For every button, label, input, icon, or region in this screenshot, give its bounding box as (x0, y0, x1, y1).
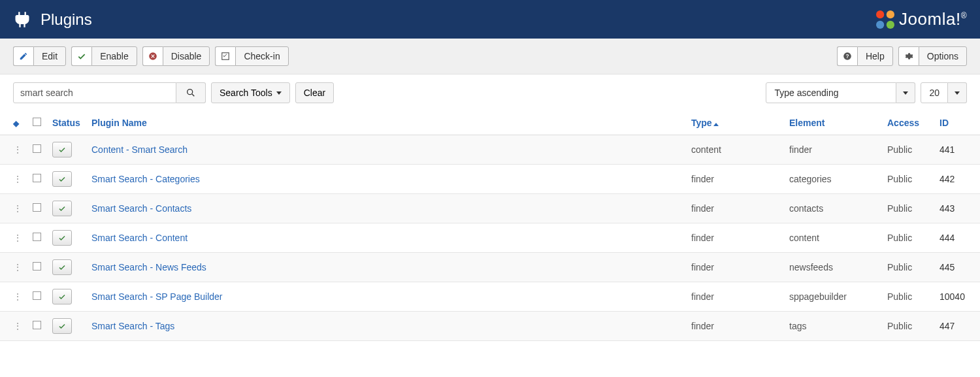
table-row: ⋮ Smart Search - Categories finder categ… (0, 165, 980, 194)
table-row: ⋮ Content - Smart Search content finder … (0, 135, 980, 165)
plugin-access: Public (882, 194, 934, 223)
brand-logo: Joomla!® (872, 6, 967, 33)
plugin-type: finder (686, 282, 784, 312)
plugin-name-link[interactable]: Smart Search - Contacts (91, 203, 191, 214)
status-toggle-button[interactable] (52, 230, 72, 246)
plugin-element: content (784, 223, 882, 253)
plugin-element: newsfeeds (784, 253, 882, 282)
disable-button[interactable]: Disable (142, 46, 210, 66)
clear-button[interactable]: Clear (295, 82, 334, 103)
plugin-name-link[interactable]: Smart Search - Tags (91, 321, 174, 331)
plugin-element: categories (784, 165, 882, 194)
row-checkbox[interactable] (33, 203, 41, 212)
plugin-name-link[interactable]: Smart Search - SP Page Builder (91, 291, 223, 302)
row-checkbox[interactable] (33, 262, 41, 270)
column-status[interactable]: Status (47, 111, 86, 135)
svg-point-0 (876, 10, 884, 18)
table-row: ⋮ Smart Search - News Feeds finder newsf… (0, 253, 980, 282)
plugin-name-link[interactable]: Smart Search - Categories (91, 174, 200, 184)
status-toggle-button[interactable] (52, 318, 72, 334)
checkin-button[interactable]: Check-in (215, 46, 288, 66)
filter-bar: Search Tools Clear Type ascending 20 (0, 74, 980, 111)
table-row: ⋮ Smart Search - Tags finder tags Public… (0, 312, 980, 341)
plugin-id: 445 (934, 253, 980, 282)
checkbox-icon (215, 46, 235, 66)
row-checkbox[interactable] (33, 291, 41, 300)
plugin-type: finder (686, 253, 784, 282)
check-icon (58, 263, 66, 271)
plugin-name-link[interactable]: Smart Search - Content (91, 233, 188, 243)
row-checkbox[interactable] (33, 321, 41, 329)
column-type[interactable]: Type (686, 111, 784, 135)
cancel-icon (142, 46, 163, 66)
drag-handle-icon[interactable]: ⋮ (13, 203, 22, 214)
options-button[interactable]: Options (898, 46, 967, 66)
gear-icon (898, 46, 919, 66)
search-tools-button[interactable]: Search Tools (211, 82, 290, 103)
status-toggle-button[interactable] (52, 289, 72, 304)
status-toggle-button[interactable] (52, 259, 72, 275)
table-row: ⋮ Smart Search - Content finder content … (0, 223, 980, 253)
help-button[interactable]: ? Help (837, 46, 893, 66)
drag-handle-icon[interactable]: ⋮ (13, 291, 22, 302)
check-icon (58, 146, 66, 154)
sort-icon: ◆ (13, 119, 19, 128)
column-order[interactable]: ◆ (0, 111, 27, 135)
plug-icon (13, 10, 31, 29)
status-toggle-button[interactable] (52, 201, 72, 216)
svg-point-3 (887, 20, 894, 28)
plugin-id: 447 (934, 312, 980, 341)
checkbox-all[interactable] (33, 118, 41, 126)
caret-down-icon (896, 82, 915, 103)
svg-point-8 (188, 90, 193, 95)
plugin-type: finder (686, 223, 784, 253)
caret-down-icon (276, 91, 282, 95)
drag-handle-icon[interactable]: ⋮ (13, 262, 22, 272)
page-header: Plugins Joomla!® (0, 0, 980, 39)
check-icon (58, 322, 66, 330)
check-icon (58, 234, 66, 242)
plugin-id: 444 (934, 223, 980, 253)
plugin-element: sppagebuilder (784, 282, 882, 312)
plugin-access: Public (882, 223, 934, 253)
plugin-element: contacts (784, 194, 882, 223)
drag-handle-icon[interactable]: ⋮ (13, 174, 22, 184)
check-icon (71, 46, 91, 66)
row-checkbox[interactable] (33, 233, 41, 241)
svg-point-1 (887, 10, 894, 18)
search-button[interactable] (176, 82, 206, 103)
limit-select[interactable]: 20 (921, 82, 967, 103)
plugin-access: Public (882, 312, 934, 341)
status-toggle-button[interactable] (52, 171, 72, 187)
drag-handle-icon[interactable]: ⋮ (13, 321, 22, 331)
plugins-table: ◆ Status Plugin Name Type Element Access… (0, 111, 980, 341)
column-checkall[interactable] (27, 111, 47, 135)
sort-select[interactable]: Type ascending (766, 82, 915, 103)
plugin-type: finder (686, 194, 784, 223)
row-checkbox[interactable] (33, 174, 41, 182)
column-name[interactable]: Plugin Name (86, 111, 686, 135)
search-input[interactable] (13, 82, 176, 103)
plugin-name-link[interactable]: Smart Search - News Feeds (91, 262, 206, 272)
enable-button[interactable]: Enable (71, 46, 137, 66)
svg-rect-5 (222, 53, 229, 60)
column-access[interactable]: Access (882, 111, 934, 135)
edit-icon (13, 46, 33, 66)
plugin-type: finder (686, 165, 784, 194)
row-checkbox[interactable] (33, 144, 41, 153)
drag-handle-icon[interactable]: ⋮ (13, 144, 22, 155)
page-title: Plugins (41, 10, 92, 29)
column-element[interactable]: Element (784, 111, 882, 135)
drag-handle-icon[interactable]: ⋮ (13, 233, 22, 243)
table-row: ⋮ Smart Search - Contacts finder contact… (0, 194, 980, 223)
plugin-element: finder (784, 135, 882, 165)
svg-point-2 (876, 20, 884, 28)
plugin-access: Public (882, 253, 934, 282)
plugin-name-link[interactable]: Content - Smart Search (91, 144, 188, 155)
brand-text: Joomla!® (899, 9, 967, 29)
edit-button[interactable]: Edit (13, 46, 66, 66)
plugin-access: Public (882, 282, 934, 312)
check-icon (58, 175, 66, 183)
status-toggle-button[interactable] (52, 142, 72, 157)
column-id[interactable]: ID (934, 111, 980, 135)
